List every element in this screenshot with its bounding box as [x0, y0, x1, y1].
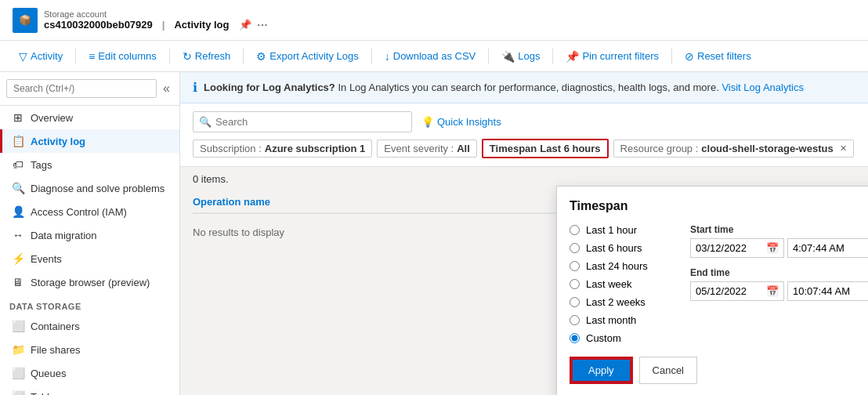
toolbar-sep-1	[75, 49, 76, 64]
subscription-chip-value: Azure subscription 1	[265, 143, 366, 154]
refresh-button[interactable]: ↻ Refresh	[176, 47, 237, 66]
pin-icon[interactable]: 📌	[239, 19, 251, 31]
sidebar-label-tags: Tags	[31, 159, 52, 171]
sidebar-item-containers[interactable]: ⬜ Containers	[0, 314, 179, 338]
reset-filters-icon: ⊘	[685, 50, 694, 63]
sidebar-label-containers: Containers	[31, 321, 80, 332]
column-operation-name: Operation name	[193, 196, 270, 208]
timespan-dropdown-title: Timespan	[570, 199, 868, 213]
search-input[interactable]	[193, 111, 412, 132]
sidebar-item-access-control[interactable]: 👤 Access Control (IAM)	[0, 200, 179, 223]
cancel-button[interactable]: Cancel	[639, 357, 697, 384]
option-last-1-hour-label: Last 1 hour	[586, 224, 637, 236]
start-date-calendar-icon[interactable]: 📅	[766, 242, 779, 254]
pin-filters-icon: 📌	[566, 50, 579, 63]
diagnose-icon: 🔍	[12, 182, 24, 194]
logs-button[interactable]: 🔌 Logs	[495, 47, 546, 66]
option-last-month[interactable]: Last month	[570, 314, 671, 326]
timespan-chip[interactable]: Timespan Last 6 hours	[482, 139, 609, 158]
end-time-input[interactable]	[787, 281, 868, 301]
sidebar-item-tags[interactable]: 🏷 Tags	[0, 153, 179, 176]
sidebar-search-input[interactable]	[6, 79, 157, 98]
toolbar-sep-3	[243, 49, 244, 64]
start-time-input[interactable]	[787, 238, 868, 258]
sidebar-item-diagnose[interactable]: 🔍 Diagnose and solve problems	[0, 176, 179, 200]
option-custom[interactable]: Custom	[570, 332, 671, 344]
option-last-week-label: Last week	[586, 278, 632, 290]
search-icon: 🔍	[199, 116, 212, 128]
data-storage-section-label: Data storage	[0, 294, 179, 314]
timespan-dropdown-body: Last 1 hour Last 6 hours Last 24 hours L…	[570, 224, 868, 344]
dropdown-footer: Apply Cancel	[570, 357, 868, 384]
start-date-input[interactable]	[696, 242, 766, 254]
radio-last-1-hour[interactable]	[570, 225, 580, 235]
info-banner: ℹ Looking for Log Analytics? In Log Anal…	[180, 72, 868, 103]
sidebar-item-events[interactable]: ⚡ Events	[0, 247, 179, 270]
sidebar-collapse-button[interactable]: «	[160, 78, 173, 99]
option-last-24-hours[interactable]: Last 24 hours	[570, 260, 671, 272]
end-date-calendar-icon[interactable]: 📅	[766, 285, 779, 297]
option-last-2-weeks[interactable]: Last 2 weeks	[570, 296, 671, 308]
export-button[interactable]: ⚙ Export Activity Logs	[250, 47, 364, 66]
radio-last-month[interactable]	[570, 315, 580, 325]
radio-last-24-hours[interactable]	[570, 261, 580, 271]
resource-group-chip-close[interactable]: ✕	[840, 143, 847, 154]
option-last-week[interactable]: Last week	[570, 278, 671, 290]
edit-columns-button[interactable]: ≡ Edit columns	[82, 47, 163, 66]
sidebar-label-file-shares: File shares	[31, 344, 81, 356]
more-options-icon[interactable]: ···	[258, 19, 269, 31]
reset-filters-button[interactable]: ⊘ Reset filters	[678, 47, 758, 66]
activity-log-icon: 📋	[12, 135, 24, 147]
sidebar-item-data-migration[interactable]: ↔ Data migration	[0, 223, 179, 247]
activity-button[interactable]: ▽ Activity	[13, 47, 69, 66]
option-last-6-hours[interactable]: Last 6 hours	[570, 242, 671, 254]
subscription-chip-label: Subscription :	[200, 143, 262, 154]
option-custom-label: Custom	[586, 332, 621, 344]
option-last-1-hour[interactable]: Last 1 hour	[570, 224, 671, 236]
toolbar-sep-4	[371, 49, 372, 64]
radio-last-week[interactable]	[570, 279, 580, 289]
refresh-icon: ↻	[183, 50, 192, 63]
visit-log-analytics-link[interactable]: Visit Log Analytics	[722, 82, 804, 93]
edit-columns-icon: ≡	[89, 50, 95, 63]
resource-name: cs410032000beb07929	[44, 19, 153, 31]
radio-last-6-hours[interactable]	[570, 243, 580, 253]
timespan-dropdown: Timespan Last 1 hour Last 6 hours Last 2…	[556, 186, 868, 395]
download-button[interactable]: ↓ Download as CSV	[378, 47, 483, 66]
radio-last-2-weeks[interactable]	[570, 297, 580, 307]
radio-custom[interactable]	[570, 333, 580, 343]
sidebar-item-storage-browser[interactable]: 🖥 Storage browser (preview)	[0, 270, 179, 294]
pin-filters-label: Pin current filters	[582, 50, 659, 62]
sidebar-label-diagnose: Diagnose and solve problems	[31, 183, 165, 194]
event-severity-chip[interactable]: Event severity : All	[377, 140, 477, 158]
sidebar-item-overview[interactable]: ⊞ Overview	[0, 106, 179, 129]
event-severity-chip-label: Event severity :	[384, 143, 454, 154]
sidebar-label-queues: Queues	[31, 368, 67, 379]
sidebar-label-events: Events	[31, 253, 62, 265]
pin-filters-button[interactable]: 📌 Pin current filters	[559, 47, 665, 66]
queues-icon: ⬜	[12, 367, 24, 379]
tags-icon: 🏷	[12, 158, 24, 171]
sidebar-label-storage-browser: Storage browser (preview)	[31, 277, 150, 288]
apply-cancel-box: Apply	[570, 357, 633, 384]
sidebar-item-file-shares[interactable]: 📁 File shares	[0, 338, 179, 361]
apply-button[interactable]: Apply	[571, 358, 631, 382]
timespan-chip-label: Timespan	[490, 143, 537, 154]
end-date-input-wrap: 📅	[690, 281, 784, 301]
logs-label: Logs	[518, 50, 540, 62]
end-date-input[interactable]	[696, 285, 766, 297]
activity-label: Activity	[31, 50, 63, 62]
resource-type-label: Storage account	[44, 9, 268, 19]
sidebar-item-queues[interactable]: ⬜ Queues	[0, 361, 179, 385]
subscription-chip[interactable]: Subscription : Azure subscription 1	[193, 140, 372, 158]
download-icon: ↓	[385, 50, 390, 63]
search-input-wrap: 🔍	[193, 111, 412, 132]
search-row: 🔍 💡 Quick Insights	[193, 111, 855, 132]
overview-icon: ⊞	[12, 111, 24, 124]
toolbar-sep-2	[169, 49, 170, 64]
resource-group-chip[interactable]: Resource group : cloud-shell-storage-wes…	[613, 140, 854, 158]
sidebar-item-tables[interactable]: ⬜ Tables	[0, 385, 179, 395]
quick-insights-button[interactable]: 💡 Quick Insights	[421, 116, 501, 128]
sidebar-item-activity-log[interactable]: 📋 Activity log	[0, 129, 179, 153]
option-last-2-weeks-label: Last 2 weeks	[586, 296, 646, 308]
